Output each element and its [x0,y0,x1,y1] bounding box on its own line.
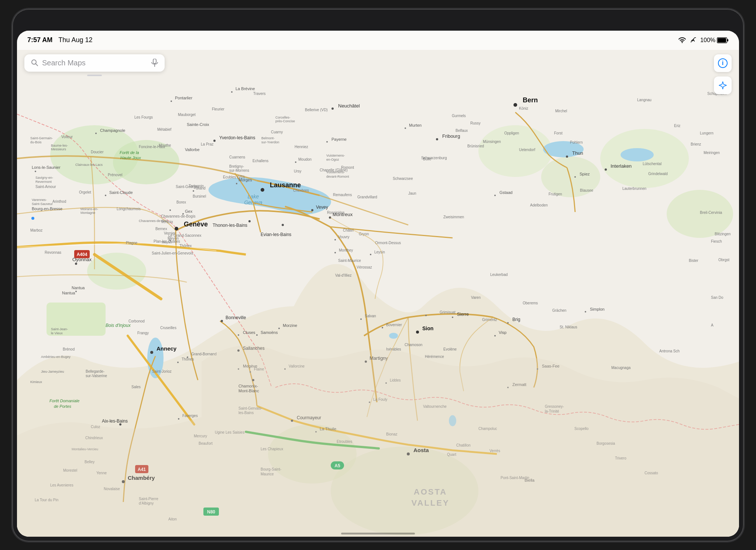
svg-text:Vernier: Vernier [164,231,176,235]
svg-text:Frutigen: Frutigen [549,192,562,196]
map-area[interactable]: Lake Geneva [17,50,739,537]
signal-icon [690,37,697,43]
svg-text:Nantua: Nantua [62,291,75,295]
svg-text:Cuarny: Cuarny [271,130,283,134]
svg-text:Chamoson: Chamoson [405,343,422,347]
svg-text:Fiesch: Fiesch [711,239,722,243]
svg-text:Henniez: Henniez [295,145,308,149]
svg-text:Faverges: Faverges [182,414,198,418]
svg-text:Ormont-Dessus: Ormont-Dessus [375,241,401,245]
location-button[interactable] [714,76,732,94]
svg-point-61 [75,291,77,292]
svg-text:Savigny-en-: Savigny-en- [35,176,53,180]
svg-text:Payerne: Payerne [331,137,347,141]
svg-text:Köniz: Köniz [519,106,528,110]
microphone-icon[interactable] [151,59,158,67]
svg-text:devant-Romont: devant-Romont [326,175,349,178]
svg-text:Marboz: Marboz [30,228,42,232]
svg-text:Clairvaux-les-Lacs: Clairvaux-les-Lacs [75,163,103,167]
svg-text:Romont: Romont [341,165,354,170]
svg-text:Interlaken: Interlaken [611,163,632,169]
search-icon [31,59,38,66]
svg-text:Neuchâtel: Neuchâtel [338,103,360,109]
svg-text:le Vieux: le Vieux [51,331,63,335]
svg-point-52 [248,220,251,222]
svg-point-24 [513,103,517,107]
svg-text:Vérossaz: Vérossaz [357,265,372,269]
svg-text:Schwarzenburg: Schwarzenburg [421,156,447,160]
svg-text:A404: A404 [77,252,87,257]
search-bar[interactable]: Search Maps [24,54,165,72]
svg-point-84 [256,334,258,336]
svg-point-174 [334,252,336,253]
svg-text:Champagnole: Champagnole [100,128,126,133]
screen: 7:57 AM Thu Aug 12 [17,31,739,537]
svg-text:Bellegarde-: Bellegarde- [86,369,104,373]
svg-text:Sion: Sion [422,325,433,331]
svg-text:Uetendorf: Uetendorf [519,148,535,152]
svg-text:Ambérieu-en-Bugey: Ambérieu-en-Bugey [41,355,71,359]
svg-point-44 [213,140,216,142]
svg-text:Monthey: Monthey [339,248,353,252]
svg-text:de Portes: de Portes [54,404,72,409]
svg-text:Forêt de la: Forêt de la [120,150,139,155]
svg-text:Grächen: Grächen [552,308,566,312]
search-bar-container: Search Maps [24,54,165,76]
map-canvas: Lake Geneva [17,50,739,537]
svg-text:Thônex: Thônex [179,244,192,248]
svg-text:Saint-Amour: Saint-Amour [35,185,56,189]
svg-text:Orgelet: Orgelet [79,190,91,194]
svg-text:Bister: Bister [689,259,698,263]
svg-text:Rossinière: Rossinière [327,211,345,215]
svg-point-69 [182,213,184,215]
svg-text:Meyrin: Meyrin [162,240,172,244]
svg-text:Morzine: Morzine [283,323,297,328]
svg-point-26 [175,227,178,230]
svg-text:Lausanne: Lausanne [270,181,301,189]
svg-point-335 [416,331,419,334]
svg-text:Leysin: Leysin [374,250,385,254]
svg-rect-3 [727,39,728,41]
info-button[interactable]: i [714,54,732,72]
svg-text:Zweisimmen: Zweisimmen [443,215,464,219]
svg-text:Grindelwald: Grindelwald [648,172,668,176]
svg-text:Kimieux: Kimieux [30,380,42,384]
svg-text:Bernex: Bernex [155,227,167,231]
svg-text:i: i [722,60,724,66]
svg-text:Arinthod: Arinthod [52,199,66,204]
svg-text:Salvan: Salvan [365,314,376,318]
svg-text:Forêt Domaniale: Forêt Domaniale [49,399,79,403]
svg-text:Chavannes-de-Bogis: Chavannes-de-Bogis [161,214,195,218]
svg-text:Meyrin: Meyrin [168,236,179,240]
svg-point-159 [405,127,406,129]
svg-text:Vevey: Vevey [316,205,328,210]
svg-text:Nantua: Nantua [72,286,85,290]
svg-point-59 [75,263,77,265]
device-frame: 7:57 AM Thu Aug 12 [13,9,743,541]
svg-text:Les Fourgs: Les Fourgs [134,115,153,119]
svg-text:Simplon: Simplon [590,307,605,311]
svg-point-34 [605,168,607,171]
svg-text:A: A [711,323,714,327]
status-right-icons: 100% [678,37,729,44]
svg-text:Chexbres: Chexbres [293,188,309,192]
svg-text:Foncine-le-Haut: Foncine-le-Haut [139,145,165,149]
svg-text:Plagne: Plagne [126,241,138,245]
svg-text:Baume-les-: Baume-les- [51,144,68,147]
svg-text:Gland: Gland [196,186,206,190]
search-placeholder-text: Search Maps [42,59,148,67]
svg-point-181 [370,254,371,255]
svg-point-82 [278,328,280,329]
svg-text:Borex: Borex [176,200,186,204]
svg-text:sur-Morrens: sur-Morrens [229,168,249,172]
svg-text:Pohlern: Pohlern [570,140,583,144]
svg-text:Macugnaga: Macugnaga [611,366,631,370]
search-handle [87,75,102,76]
svg-text:Revonnas: Revonnas [45,250,61,254]
svg-text:Eriz: Eriz [674,124,680,128]
svg-rect-2 [718,38,726,42]
svg-text:Revermont: Revermont [35,180,52,184]
svg-text:Lauterbrunnen: Lauterbrunnen [622,187,646,191]
svg-text:Evolène: Evolène [443,347,457,351]
svg-text:Schwarzsee: Schwarzsee [393,177,413,181]
